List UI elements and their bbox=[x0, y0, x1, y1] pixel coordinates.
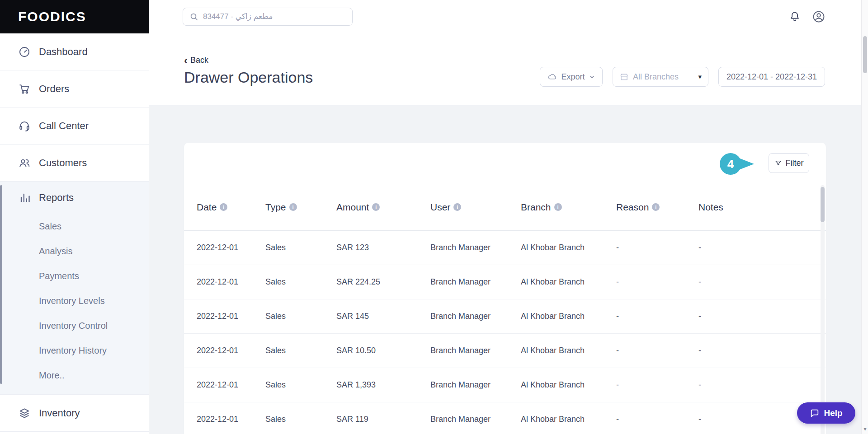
cell-branch: Al Khobar Branch bbox=[521, 346, 616, 355]
back-link[interactable]: ‹ Back bbox=[184, 56, 208, 65]
funnel-icon bbox=[774, 159, 782, 167]
date-range-button[interactable]: 2022-12-01 - 2022-12-31 bbox=[718, 67, 825, 87]
column-label: User bbox=[430, 202, 450, 213]
annotation-marker-4: 4 bbox=[720, 153, 754, 175]
table-scrollbar-thumb[interactable] bbox=[821, 187, 825, 222]
column-header-amount: Amounti bbox=[336, 202, 430, 213]
branches-dropdown[interactable]: All Branches ▾ bbox=[613, 67, 708, 87]
column-header-reason: Reasoni bbox=[616, 202, 698, 213]
sidebar-section-reports: Reports SalesAnalysisPaymentsInventory L… bbox=[0, 182, 149, 395]
help-button[interactable]: Help bbox=[797, 402, 855, 424]
table-body: 2022-12-01SalesSAR 123Branch ManagerAl K… bbox=[184, 231, 826, 434]
cell-notes: - bbox=[698, 415, 808, 424]
back-label: Back bbox=[190, 56, 208, 65]
store-icon bbox=[619, 72, 629, 82]
header-actions: Export All Branches ▾ 2022-12-01 - 2022-… bbox=[540, 67, 825, 87]
column-label: Type bbox=[265, 202, 286, 213]
table-header: DateiTypeiAmountiUseriBranchiReasoniNote… bbox=[184, 184, 826, 231]
info-icon[interactable]: i bbox=[652, 203, 660, 211]
filter-label: Filter bbox=[786, 159, 804, 168]
filter-button[interactable]: Filter bbox=[769, 153, 809, 173]
inventory-icon bbox=[18, 407, 31, 420]
info-icon[interactable]: i bbox=[453, 203, 461, 211]
sidebar-item-label: Orders bbox=[39, 83, 69, 95]
sidebar-item-label: Dashboard bbox=[39, 46, 88, 58]
cell-type: Sales bbox=[265, 243, 336, 252]
annotation-arrow-tip bbox=[738, 158, 754, 170]
sidebar-item-label: Inventory bbox=[39, 407, 80, 419]
cell-user: Branch Manager bbox=[430, 380, 521, 390]
column-label: Date bbox=[197, 202, 217, 213]
cell-date: 2022-12-01 bbox=[197, 312, 265, 321]
sidebar-item-customers[interactable]: Customers bbox=[0, 145, 149, 182]
table-row: 2022-12-01SalesSAR 224.25Branch ManagerA… bbox=[184, 265, 826, 299]
cell-reason: - bbox=[616, 346, 698, 355]
info-icon[interactable]: i bbox=[220, 203, 227, 211]
export-label: Export bbox=[561, 72, 585, 82]
cell-branch: Al Khobar Branch bbox=[521, 380, 616, 390]
cloud-export-icon bbox=[547, 72, 557, 82]
cell-notes: - bbox=[698, 243, 808, 252]
info-icon[interactable]: i bbox=[289, 203, 297, 211]
cell-reason: - bbox=[616, 415, 698, 424]
search-box bbox=[183, 8, 353, 26]
cell-amount: SAR 123 bbox=[336, 243, 430, 252]
cell-user: Branch Manager bbox=[430, 346, 521, 355]
sidebar-subitem-sales[interactable]: Sales bbox=[0, 214, 149, 239]
cell-amount: SAR 1,393 bbox=[336, 380, 430, 390]
sidebar-subitem-payments[interactable]: Payments bbox=[0, 264, 149, 289]
notifications-button[interactable] bbox=[788, 10, 801, 23]
reports-submenu: SalesAnalysisPaymentsInventory LevelsInv… bbox=[0, 214, 149, 394]
cell-amount: SAR 10.50 bbox=[336, 346, 430, 355]
column-label: Notes bbox=[698, 202, 723, 213]
table-row: 2022-12-01SalesSAR 123Branch ManagerAl K… bbox=[184, 231, 826, 265]
cell-amount: SAR 145 bbox=[336, 312, 430, 321]
cell-date: 2022-12-01 bbox=[197, 243, 265, 252]
sidebar-subitem-analysis[interactable]: Analysis bbox=[0, 239, 149, 264]
sidebar-item-dashboard[interactable]: Dashboard bbox=[0, 33, 149, 70]
sidebar-item-label: Customers bbox=[39, 157, 87, 169]
sidebar-subitem-inventory-levels[interactable]: Inventory Levels bbox=[0, 289, 149, 313]
info-icon[interactable]: i bbox=[554, 203, 562, 211]
cell-branch: Al Khobar Branch bbox=[521, 277, 616, 287]
help-label: Help bbox=[824, 408, 842, 418]
sidebar-item-inventory[interactable]: Inventory bbox=[0, 395, 149, 432]
cell-type: Sales bbox=[265, 346, 336, 355]
report-card: 4 Filter DateiTypeiAmountiUseriBranchiRe… bbox=[184, 143, 826, 434]
sidebar-subitem-more[interactable]: More.. bbox=[0, 363, 149, 388]
cell-amount: SAR 119 bbox=[336, 415, 430, 424]
account-button[interactable] bbox=[812, 10, 826, 23]
topbar-actions bbox=[788, 10, 868, 23]
page-header: ‹ Back Drawer Operations Export All Bran… bbox=[149, 33, 868, 105]
cell-date: 2022-12-01 bbox=[197, 277, 265, 287]
table-row: 2022-12-01SalesSAR 119Branch ManagerAl K… bbox=[184, 402, 826, 434]
sidebar-subitem-inventory-history[interactable]: Inventory History bbox=[0, 338, 149, 363]
cell-notes: - bbox=[698, 277, 808, 287]
bell-icon bbox=[788, 10, 801, 23]
cell-type: Sales bbox=[265, 380, 336, 390]
sidebar-scroll-indicator[interactable] bbox=[0, 185, 2, 384]
info-icon[interactable]: i bbox=[372, 203, 380, 211]
sidebar-item-label: Reports bbox=[39, 192, 74, 204]
cell-notes: - bbox=[698, 312, 808, 321]
sidebar-item-orders[interactable]: Orders bbox=[0, 70, 149, 107]
table-scrollbar[interactable] bbox=[821, 185, 825, 434]
foodics-logo[interactable]: FOODICS bbox=[0, 0, 149, 33]
column-header-user: Useri bbox=[430, 202, 521, 213]
cell-reason: - bbox=[616, 312, 698, 321]
cell-user: Branch Manager bbox=[430, 415, 521, 424]
sidebar-item-call-center[interactable]: Call Center bbox=[0, 107, 149, 145]
customers-icon bbox=[18, 157, 31, 169]
scrollbar-down-arrow[interactable]: ▾ bbox=[862, 426, 868, 432]
export-button[interactable]: Export bbox=[540, 67, 603, 87]
sidebar-subitem-inventory-control[interactable]: Inventory Control bbox=[0, 313, 149, 338]
page-scrollbar-thumb[interactable] bbox=[863, 36, 867, 73]
chevron-down-icon bbox=[589, 74, 595, 80]
content-area: 4 Filter DateiTypeiAmountiUseriBranchiRe… bbox=[149, 105, 868, 434]
magnifier-icon bbox=[189, 12, 198, 21]
cell-branch: Al Khobar Branch bbox=[521, 243, 616, 252]
sidebar-item-reports[interactable]: Reports bbox=[0, 182, 149, 214]
sidebar: FOODICS Dashboard Orders Call Center Cus… bbox=[0, 0, 149, 434]
search-input[interactable] bbox=[203, 12, 346, 21]
page-scrollbar[interactable]: ▾ bbox=[861, 0, 868, 434]
